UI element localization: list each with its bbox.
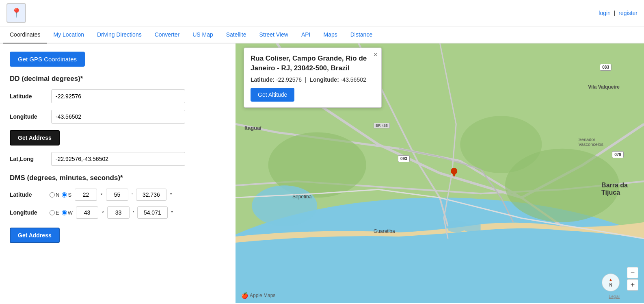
popup-lon-label: Longitude: (309, 76, 339, 83)
dms-longitude-row: Longitude E W ° ' " (10, 206, 226, 219)
dms-lon-e-label[interactable]: E (50, 210, 59, 216)
header: 📍 login | register (0, 0, 644, 26)
compass: ▲ N (602, 274, 620, 291)
latlong-row: Lat,Long (10, 152, 226, 166)
dms-lon-min-input[interactable] (107, 206, 130, 219)
zoom-in-button[interactable]: + (627, 279, 638, 291)
dms-lon-sec-sym: " (171, 209, 173, 216)
zoom-controls: − + (627, 267, 638, 291)
nav-item-coordinates[interactable]: Coordinates (3, 26, 47, 43)
dms-lon-w-label[interactable]: W (62, 210, 73, 216)
apple-maps-label: 🍎 Apple Maps (241, 292, 275, 299)
main-content: Get GPS Coordinates DD (decimal degrees)… (0, 43, 644, 303)
dms-latitude-label: Latitude (10, 191, 46, 198)
left-panel: Get GPS Coordinates DD (decimal degrees)… (0, 43, 236, 303)
zoom-out-button[interactable]: − (627, 267, 638, 278)
popup-lat-label: Latitude: (251, 76, 274, 83)
dms-lat-min-input[interactable] (106, 189, 128, 201)
popup-lon-value: -43.56502 (341, 76, 366, 83)
latitude-dd-label: Latitude (10, 93, 46, 100)
dms-lon-sec-input[interactable] (137, 206, 168, 219)
nav: Coordinates My Location Driving Directio… (0, 26, 644, 43)
logo-area: 📍 (6, 3, 26, 23)
longitude-dd-row: Longitude (10, 110, 226, 124)
dms-lat-sec-sym: " (170, 191, 172, 198)
dms-lon-deg-sym: ° (102, 209, 104, 216)
auth-separator: | (614, 10, 616, 16)
get-altitude-button[interactable]: Get Altitude (251, 88, 294, 102)
latitude-dd-input[interactable] (51, 89, 185, 103)
popup-lat-value: -22.92576 (276, 76, 302, 83)
dms-lon-e-radio[interactable] (50, 210, 55, 215)
nav-item-api[interactable]: API (295, 26, 317, 43)
dms-lat-n-label[interactable]: N (50, 192, 59, 198)
dms-lat-s-label[interactable]: S (62, 192, 71, 198)
dms-lon-min-sym: ' (133, 209, 134, 216)
dms-lat-deg-input[interactable] (75, 189, 97, 201)
nav-item-maps[interactable]: Maps (317, 26, 344, 43)
logo-icon: 📍 (6, 3, 26, 23)
nav-item-distance[interactable]: Distance (344, 26, 379, 43)
dms-lat-min-sym: ' (132, 191, 133, 198)
dms-latitude-row: Latitude N S ° ' " (10, 189, 226, 201)
nav-item-satellite[interactable]: Satellite (220, 26, 253, 43)
dms-lon-w-radio[interactable] (62, 210, 67, 215)
popup-close-button[interactable]: × (374, 51, 377, 59)
latlong-label: Lat,Long (10, 156, 46, 162)
dms-lat-deg-sym: ° (100, 191, 103, 198)
register-link[interactable]: register (618, 10, 638, 16)
dms-lon-deg-input[interactable] (76, 206, 98, 219)
dms-longitude-label: Longitude (10, 209, 46, 216)
dms-lat-n-radio[interactable] (50, 192, 55, 198)
popup-address: Rua Coliser, Campo Grande, Rio de Janeir… (251, 54, 375, 73)
dms-lat-sec-input[interactable] (136, 189, 166, 201)
latlong-input[interactable] (51, 152, 185, 166)
apple-icon: 🍎 (241, 292, 248, 299)
dms-lat-s-radio[interactable] (62, 192, 67, 198)
longitude-dd-input[interactable] (51, 110, 185, 124)
longitude-dd-label: Longitude (10, 113, 46, 120)
nav-item-converter[interactable]: Converter (148, 26, 186, 43)
legal-link[interactable]: Legal (609, 294, 620, 299)
nav-item-driving-directions[interactable]: Driving Directions (91, 26, 148, 43)
get-gps-button[interactable]: Get GPS Coordinates (10, 52, 85, 67)
latitude-dd-row: Latitude (10, 89, 226, 103)
dms-lon-radio-group: E W (50, 210, 73, 216)
nav-item-street-view[interactable]: Street View (253, 26, 295, 43)
dms-section-title: DMS (degrees, minutes, seconds)* (10, 174, 226, 182)
map-popup: × Rua Coliser, Campo Grande, Rio de Jane… (244, 48, 382, 108)
dms-lat-radio-group: N S (50, 192, 71, 198)
get-address-button-top[interactable]: Get Address (10, 130, 60, 145)
auth-links: login | register (599, 10, 638, 16)
nav-item-my-location[interactable]: My Location (47, 26, 91, 43)
login-link[interactable]: login (599, 10, 611, 16)
svg-point-6 (252, 185, 317, 226)
map-panel: Chapero Nazaré Itaguaí Sepetiba Guaratib… (236, 43, 644, 303)
popup-coordinates: Latitude: -22.92576 | Longitude: -43.565… (251, 76, 375, 83)
nav-item-us-map[interactable]: US Map (186, 26, 220, 43)
svg-point-5 (505, 149, 620, 222)
popup-coords-sep: | (305, 76, 307, 83)
get-address-button-bottom[interactable]: Get Address (10, 228, 60, 243)
dd-section-title: DD (decimal degrees)* (10, 75, 226, 83)
